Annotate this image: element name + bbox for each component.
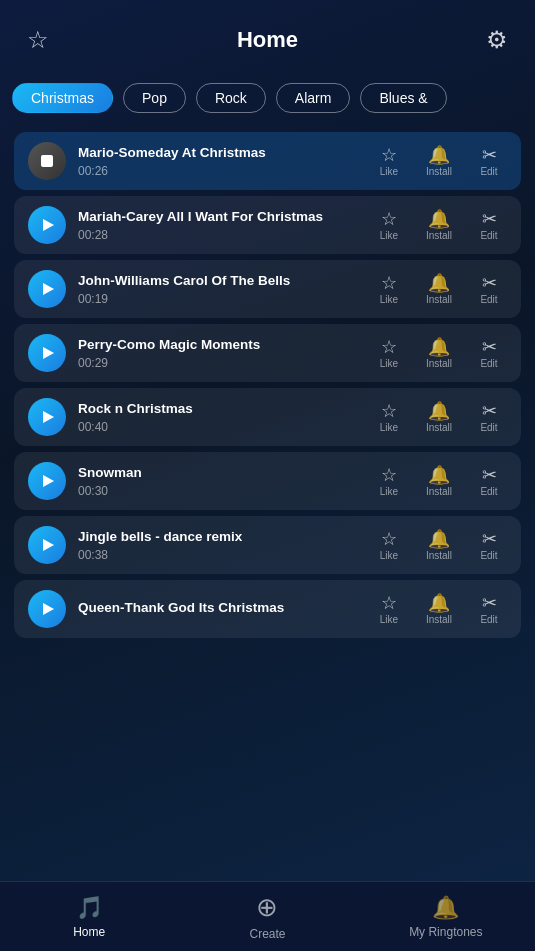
song-list: Mario-Someday At Christmas 00:26 ☆ Like … — [0, 124, 535, 881]
install-button[interactable]: 🔔 Install — [421, 530, 457, 561]
song-duration: 00:26 — [78, 164, 371, 178]
install-label: Install — [426, 614, 452, 625]
song-duration: 00:28 — [78, 228, 371, 242]
category-christmas[interactable]: Christmas — [12, 83, 113, 113]
song-title: Perry-Como Magic Moments — [78, 336, 371, 354]
edit-button[interactable]: ✂ Edit — [471, 402, 507, 433]
edit-label: Edit — [480, 422, 497, 433]
bell-icon: 🔔 — [428, 210, 450, 228]
song-row[interactable]: Perry-Como Magic Moments 00:29 ☆ Like 🔔 … — [14, 324, 521, 382]
category-pop[interactable]: Pop — [123, 83, 186, 113]
play-button[interactable] — [28, 590, 66, 628]
star-icon: ☆ — [381, 530, 397, 548]
install-label: Install — [426, 550, 452, 561]
scissors-icon: ✂ — [482, 146, 497, 164]
song-title: Mario-Someday At Christmas — [78, 144, 371, 162]
song-info: Queen-Thank God Its Christmas — [78, 599, 371, 619]
edit-button[interactable]: ✂ Edit — [471, 210, 507, 241]
settings-icon[interactable]: ⚙ — [479, 22, 515, 58]
category-blues[interactable]: Blues & — [360, 83, 446, 113]
edit-label: Edit — [480, 358, 497, 369]
category-rock[interactable]: Rock — [196, 83, 266, 113]
song-title: John-Williams Carol Of The Bells — [78, 272, 371, 290]
song-title: Rock n Christmas — [78, 400, 371, 418]
category-alarm[interactable]: Alarm — [276, 83, 351, 113]
install-button[interactable]: 🔔 Install — [421, 594, 457, 625]
install-button[interactable]: 🔔 Install — [421, 338, 457, 369]
install-button[interactable]: 🔔 Install — [421, 466, 457, 497]
like-button[interactable]: ☆ Like — [371, 402, 407, 433]
edit-button[interactable]: ✂ Edit — [471, 594, 507, 625]
song-actions: ☆ Like 🔔 Install ✂ Edit — [371, 338, 507, 369]
bell-icon: 🔔 — [428, 530, 450, 548]
star-icon: ☆ — [381, 466, 397, 484]
scissors-icon: ✂ — [482, 402, 497, 420]
like-label: Like — [380, 486, 398, 497]
edit-label: Edit — [480, 614, 497, 625]
nav-ringtones-label: My Ringtones — [409, 925, 482, 939]
play-button[interactable] — [28, 270, 66, 308]
song-row[interactable]: Mario-Someday At Christmas 00:26 ☆ Like … — [14, 132, 521, 190]
song-row[interactable]: Mariah-Carey All I Want For Christmas 00… — [14, 196, 521, 254]
play-button[interactable] — [28, 526, 66, 564]
nav-home[interactable]: 🎵 Home — [0, 887, 178, 947]
like-button[interactable]: ☆ Like — [371, 210, 407, 241]
install-label: Install — [426, 166, 452, 177]
like-label: Like — [380, 550, 398, 561]
song-info: Perry-Como Magic Moments 00:29 — [78, 336, 371, 370]
song-row[interactable]: Queen-Thank God Its Christmas ☆ Like 🔔 I… — [14, 580, 521, 638]
install-button[interactable]: 🔔 Install — [421, 402, 457, 433]
bell-icon: 🔔 — [428, 402, 450, 420]
edit-button[interactable]: ✂ Edit — [471, 274, 507, 305]
nav-create[interactable]: ⊕ Create — [178, 884, 356, 949]
edit-label: Edit — [480, 166, 497, 177]
play-button[interactable] — [28, 398, 66, 436]
song-duration: 00:29 — [78, 356, 371, 370]
song-info: Jingle bells - dance remix 00:38 — [78, 528, 371, 562]
song-actions: ☆ Like 🔔 Install ✂ Edit — [371, 594, 507, 625]
song-title: Snowman — [78, 464, 371, 482]
star-icon: ☆ — [381, 402, 397, 420]
stop-button[interactable] — [28, 142, 66, 180]
create-icon: ⊕ — [256, 892, 278, 923]
edit-button[interactable]: ✂ Edit — [471, 530, 507, 561]
song-duration: 00:38 — [78, 548, 371, 562]
like-button[interactable]: ☆ Like — [371, 146, 407, 177]
song-row[interactable]: Jingle bells - dance remix 00:38 ☆ Like … — [14, 516, 521, 574]
star-icon[interactable]: ☆ — [20, 22, 56, 58]
play-button[interactable] — [28, 462, 66, 500]
song-actions: ☆ Like 🔔 Install ✂ Edit — [371, 210, 507, 241]
song-actions: ☆ Like 🔔 Install ✂ Edit — [371, 466, 507, 497]
play-button[interactable] — [28, 334, 66, 372]
song-actions: ☆ Like 🔔 Install ✂ Edit — [371, 402, 507, 433]
like-label: Like — [380, 614, 398, 625]
like-label: Like — [380, 422, 398, 433]
song-duration: 00:30 — [78, 484, 371, 498]
bell-icon: 🔔 — [428, 594, 450, 612]
edit-label: Edit — [480, 230, 497, 241]
install-button[interactable]: 🔔 Install — [421, 146, 457, 177]
like-button[interactable]: ☆ Like — [371, 466, 407, 497]
install-button[interactable]: 🔔 Install — [421, 210, 457, 241]
install-button[interactable]: 🔔 Install — [421, 274, 457, 305]
song-actions: ☆ Like 🔔 Install ✂ Edit — [371, 146, 507, 177]
like-button[interactable]: ☆ Like — [371, 274, 407, 305]
song-info: Mario-Someday At Christmas 00:26 — [78, 144, 371, 178]
like-button[interactable]: ☆ Like — [371, 338, 407, 369]
song-title: Jingle bells - dance remix — [78, 528, 371, 546]
song-row[interactable]: Snowman 00:30 ☆ Like 🔔 Install ✂ Edit — [14, 452, 521, 510]
scissors-icon: ✂ — [482, 466, 497, 484]
edit-button[interactable]: ✂ Edit — [471, 466, 507, 497]
bottom-navigation: 🎵 Home ⊕ Create 🔔 My Ringtones — [0, 881, 535, 951]
like-button[interactable]: ☆ Like — [371, 594, 407, 625]
like-button[interactable]: ☆ Like — [371, 530, 407, 561]
song-row[interactable]: Rock n Christmas 00:40 ☆ Like 🔔 Install … — [14, 388, 521, 446]
scissors-icon: ✂ — [482, 530, 497, 548]
edit-button[interactable]: ✂ Edit — [471, 146, 507, 177]
edit-button[interactable]: ✂ Edit — [471, 338, 507, 369]
play-button[interactable] — [28, 206, 66, 244]
song-actions: ☆ Like 🔔 Install ✂ Edit — [371, 530, 507, 561]
song-row[interactable]: John-Williams Carol Of The Bells 00:19 ☆… — [14, 260, 521, 318]
nav-my-ringtones[interactable]: 🔔 My Ringtones — [357, 887, 535, 947]
install-label: Install — [426, 486, 452, 497]
